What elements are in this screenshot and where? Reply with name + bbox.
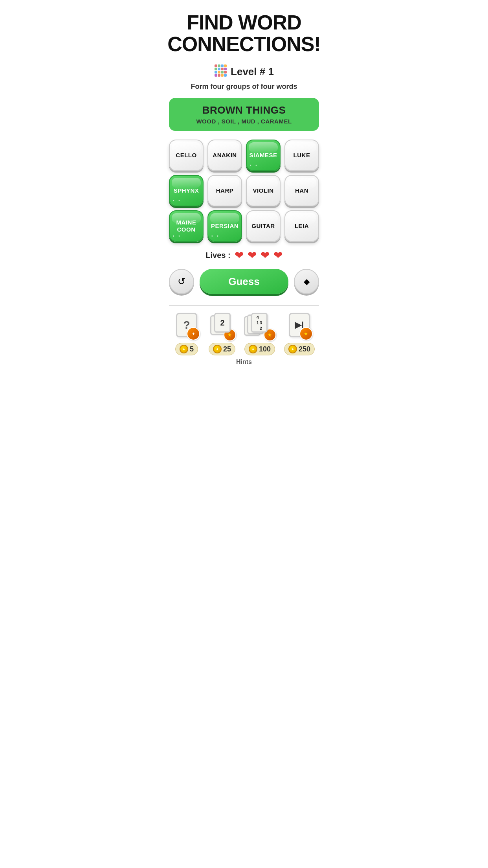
level-row: Level # 1 xyxy=(214,64,274,79)
lives-row: Lives : ❤ ❤ ❤ ❤ xyxy=(205,249,282,262)
word-tile-6[interactable]: VIOLIN xyxy=(246,175,281,206)
word-tile-7[interactable]: HAN xyxy=(284,175,319,206)
hint-swap[interactable]: 1 2 ★ 25 xyxy=(209,313,235,355)
svg-rect-9 xyxy=(218,71,220,74)
main-title: FIND WORD CONNECTIONS! xyxy=(167,12,321,55)
page-container: FIND WORD CONNECTIONS! xyxy=(163,0,325,373)
word-tile-9[interactable]: PERSIAN xyxy=(207,210,242,242)
svg-rect-15 xyxy=(224,74,227,77)
hint-play-badge: ★ xyxy=(299,327,313,340)
svg-rect-5 xyxy=(218,68,220,70)
svg-rect-11 xyxy=(224,71,227,74)
coin-icon-3 xyxy=(249,345,257,353)
hint-2-cost-label: 25 xyxy=(223,345,231,353)
category-banner: BROWN THINGS WOOD , SOIL , MUD , CARAMEL xyxy=(169,98,319,131)
hint-grid[interactable]: 1 2 4 13 2 ★ xyxy=(244,313,275,355)
hints-section: ? ✦ 5 1 2 ★ xyxy=(169,305,319,366)
word-tile-2[interactable]: SIAMESE xyxy=(246,140,281,171)
heart-3: ❤ xyxy=(261,249,270,262)
hint-1-cost-label: 5 xyxy=(190,345,194,353)
hint-play-icon: ▶| ★ xyxy=(286,313,313,340)
coin-icon-4 xyxy=(288,345,297,353)
coin-icon-2 xyxy=(213,345,222,353)
word-tile-10[interactable]: GUITAR xyxy=(246,210,281,242)
svg-rect-2 xyxy=(221,64,224,67)
svg-rect-10 xyxy=(221,71,224,74)
svg-rect-6 xyxy=(221,68,224,70)
erase-icon: ◆ xyxy=(304,277,310,286)
svg-rect-3 xyxy=(224,64,227,67)
hint-2-cost: 25 xyxy=(209,343,235,355)
hint-play[interactable]: ▶| ★ 250 xyxy=(284,313,315,355)
hints-row: ? ✦ 5 1 2 ★ xyxy=(169,313,319,355)
svg-rect-7 xyxy=(224,68,227,70)
svg-rect-12 xyxy=(215,74,217,77)
word-grid: CELLOANAKINSIAMESELUKESPHYNXHARPVIOLINHA… xyxy=(169,140,319,242)
svg-rect-8 xyxy=(215,71,217,74)
category-title: BROWN THINGS xyxy=(177,104,311,116)
shuffle-icon: ↺ xyxy=(178,276,185,287)
svg-rect-1 xyxy=(218,64,220,67)
hint-3-cost-label: 100 xyxy=(259,345,271,353)
shuffle-button[interactable]: ↺ xyxy=(169,269,194,294)
hint-grid-icon: 1 2 4 13 2 ★ xyxy=(244,313,275,340)
actions-row: ↺ Guess ◆ xyxy=(169,269,319,294)
hint-4-cost-label: 250 xyxy=(299,345,310,353)
hint-question-icon: ? ✦ xyxy=(173,313,200,340)
lives-label: Lives : xyxy=(205,251,230,260)
hint-swap-icon: 1 2 ★ xyxy=(209,313,235,340)
guess-label: Guess xyxy=(228,276,260,288)
word-tile-5[interactable]: HARP xyxy=(207,175,242,206)
word-tile-0[interactable]: CELLO xyxy=(169,140,204,171)
hints-label: Hints xyxy=(169,359,319,366)
erase-button[interactable]: ◆ xyxy=(294,269,319,294)
level-icon xyxy=(214,64,227,79)
heart-2: ❤ xyxy=(248,249,257,262)
word-tile-1[interactable]: ANAKIN xyxy=(207,140,242,171)
hint-1-cost: 5 xyxy=(175,343,198,355)
svg-rect-14 xyxy=(221,74,224,77)
hint-question[interactable]: ? ✦ 5 xyxy=(173,313,200,355)
word-tile-8[interactable]: MAINE COON xyxy=(169,210,204,242)
level-text: Level # 1 xyxy=(231,66,274,78)
category-words: WOOD , SOIL , MUD , CARAMEL xyxy=(177,118,311,125)
hint-4-cost: 250 xyxy=(284,343,315,355)
hint-swap-front-card: 2 xyxy=(214,313,231,333)
subtitle: Form four groups of four words xyxy=(191,83,297,91)
heart-4: ❤ xyxy=(273,249,283,262)
word-tile-3[interactable]: LUKE xyxy=(284,140,319,171)
coin-icon-1 xyxy=(180,345,188,353)
hint-question-badge: ✦ xyxy=(187,327,200,340)
svg-rect-13 xyxy=(218,74,220,77)
hint-3-cost: 100 xyxy=(244,343,275,355)
svg-rect-4 xyxy=(215,68,217,70)
heart-1: ❤ xyxy=(235,249,244,262)
word-tile-11[interactable]: LEIA xyxy=(284,210,319,242)
guess-button[interactable]: Guess xyxy=(200,269,288,294)
word-tile-4[interactable]: SPHYNX xyxy=(169,175,204,206)
svg-rect-0 xyxy=(215,64,217,67)
